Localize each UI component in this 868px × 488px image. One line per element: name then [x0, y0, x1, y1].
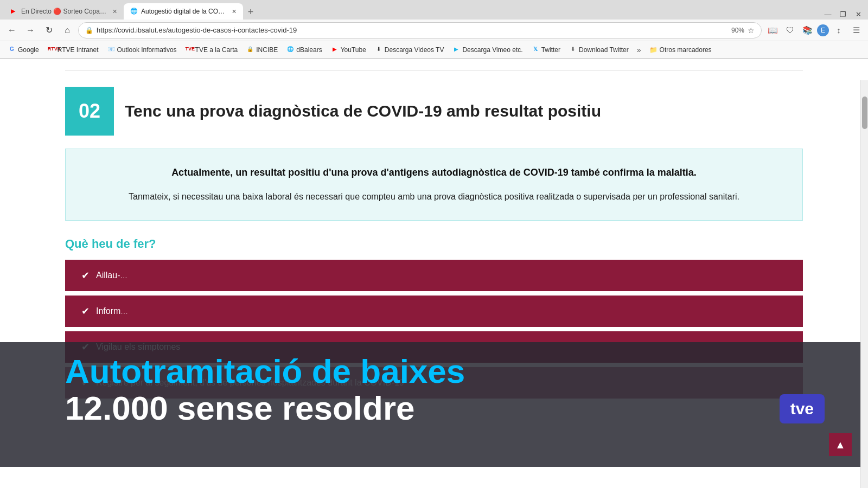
shield-icon[interactable]: 🛡: [782, 23, 797, 38]
bookmark-twitter[interactable]: 𝕏 Twitter: [528, 45, 564, 55]
lock-icon: 🔒: [85, 27, 93, 34]
tab-bar: ▶ En Directo 🔴 Sorteo Copa de... ✕ 🌐 Aut…: [0, 0, 868, 20]
bookmarks-otros[interactable]: 📁 Otros marcadores: [646, 45, 716, 55]
tab1-label: En Directo 🔴 Sorteo Copa de...: [21, 8, 107, 15]
accordion-checkmark-icon-2: ✔: [81, 305, 90, 317]
bookmark-outlook-label: Outlook Informativos: [117, 46, 177, 54]
scrollbar-thumb[interactable]: [862, 97, 867, 129]
accordion-label-2: Inform...: [96, 306, 128, 316]
accordion-item-1[interactable]: ✔ Aillau-...: [65, 260, 803, 291]
subsection-title: Què heu de fer?: [65, 237, 803, 251]
maximize-button[interactable]: ❐: [838, 9, 848, 20]
accordion-checkmark-icon-1: ✔: [81, 269, 90, 281]
bookmarks-more-button[interactable]: »: [634, 44, 644, 55]
bookmark-incibe-label: INCIBE: [256, 46, 278, 54]
tv-overlay-text: Autotramitació de baixes 12.000 sense re…: [0, 353, 465, 427]
menu-button[interactable]: ☰: [848, 23, 864, 38]
back-button[interactable]: ←: [4, 23, 20, 38]
info-box-bold-text: Actualmente, un resultat positiu d'una p…: [87, 165, 781, 180]
scroll-to-top-button[interactable]: ▲: [829, 433, 852, 456]
bookmark-twitter-label: Twitter: [541, 46, 560, 54]
tab2-close[interactable]: ✕: [232, 8, 237, 15]
youtube-favicon: ▶: [331, 46, 339, 54]
bookmark-google[interactable]: G Google: [4, 45, 43, 55]
tv-overlay: Autotramitació de baixes 12.000 sense re…: [0, 342, 868, 467]
tab-1[interactable]: ▶ En Directo 🔴 Sorteo Copa de... ✕: [4, 3, 124, 20]
bookmark-incibe[interactable]: 🔒 INCIBE: [242, 45, 282, 55]
bookmark-descarga-vimeo-label: Descarga Vimeo etc.: [462, 46, 522, 54]
tv-headline-2: 12.000 sense resoldre: [65, 390, 465, 427]
info-box: Actualmente, un resultat positiu d'una p…: [65, 149, 803, 221]
section-title: Tenc una prova diagnòstica de COVID-19 a…: [125, 102, 601, 120]
incibe-favicon: 🔒: [246, 46, 254, 54]
minimize-button[interactable]: —: [822, 9, 833, 20]
refresh-button[interactable]: ↻: [41, 23, 56, 38]
descarga-vimeo-favicon: ▶: [452, 46, 460, 54]
twitter-favicon: 𝕏: [532, 46, 539, 54]
bookmark-download-twitter-label: Download Twitter: [579, 46, 629, 54]
info-box-regular-text: Tanmateix, si necessitau una baixa labor…: [87, 190, 781, 204]
section-header: 02 Tenc una prova diagnòstica de COVID-1…: [0, 87, 868, 136]
home-button[interactable]: ⌂: [60, 23, 75, 38]
bookmark-descarga-videos[interactable]: ⬇ Descarga Videos TV: [371, 45, 448, 55]
address-bar[interactable]: 🔒 https://covid.ibsalut.es/autogestio-de…: [78, 22, 762, 38]
bookmark-tve-label: TVE a la Carta: [195, 46, 238, 54]
tab-2[interactable]: 🌐 Autogestió digital de la COVID-... ✕: [124, 3, 243, 20]
section-number: 02: [65, 87, 114, 136]
bookmarks-button[interactable]: 📚: [800, 23, 815, 38]
bookmark-rtve[interactable]: RTVE RTVE Intranet: [44, 45, 103, 55]
tab2-label: Autogestió digital de la COVID-...: [141, 8, 226, 15]
reader-mode-button[interactable]: 📖: [765, 23, 780, 38]
bookmark-outlook[interactable]: 📧 Outlook Informativos: [104, 45, 181, 55]
forward-button[interactable]: →: [23, 23, 38, 38]
bookmark-download-twitter[interactable]: ⬇ Download Twitter: [565, 45, 633, 55]
bookmark-dbalear[interactable]: 🌐 dBalears: [283, 45, 326, 55]
tab1-close[interactable]: ✕: [112, 8, 117, 15]
page-content: 02 Tenc una prova diagnòstica de COVID-1…: [0, 59, 868, 467]
bookmark-tve[interactable]: TVE TVE a la Carta: [182, 45, 242, 55]
download-twitter-favicon: ⬇: [569, 46, 577, 54]
dbalear-favicon: 🌐: [286, 46, 294, 54]
page-divider: [65, 70, 803, 70]
bookmark-descarga-videos-label: Descarga Videos TV: [385, 46, 444, 54]
tv-headline-1: Autotramitació de baixes: [65, 353, 465, 390]
google-favicon: G: [8, 46, 16, 54]
bookmarks-bar: G Google RTVE RTVE Intranet 📧 Outlook In…: [0, 41, 868, 59]
tve-favicon: TVE: [186, 46, 193, 54]
rtve-favicon: RTVE: [48, 46, 55, 54]
account-button[interactable]: E: [817, 24, 829, 36]
outlook-favicon: 📧: [107, 46, 115, 54]
new-tab-button[interactable]: +: [243, 4, 258, 20]
page-scrollbar[interactable]: [860, 80, 868, 488]
nav-bar: ← → ↻ ⌂ 🔒 https://covid.ibsalut.es/autog…: [0, 20, 868, 41]
tab2-favicon: 🌐: [130, 8, 138, 15]
tab1-favicon: ▶: [11, 8, 18, 15]
bookmark-descarga-vimeo[interactable]: ▶ Descarga Vimeo etc.: [449, 45, 526, 55]
browser-chrome: ▶ En Directo 🔴 Sorteo Copa de... ✕ 🌐 Aut…: [0, 0, 868, 59]
folder-icon: 📁: [649, 46, 658, 54]
url-display: https://covid.ibsalut.es/autogestio-de-c…: [97, 26, 728, 34]
bookmark-rtve-label: RTVE Intranet: [58, 46, 99, 54]
bookmark-google-label: Google: [18, 46, 39, 54]
nav-right-buttons: 📖 🛡 📚 E ↕ ☰: [765, 23, 864, 38]
bookmark-star-icon[interactable]: ☆: [748, 26, 755, 35]
zoom-level: 90%: [731, 27, 744, 34]
accordion-item-2[interactable]: ✔ Inform...: [65, 296, 803, 327]
descarga-videos-favicon: ⬇: [375, 46, 382, 54]
bookmark-youtube[interactable]: ▶ YouTube: [327, 45, 370, 55]
accordion-label-1: Aillau-...: [96, 271, 127, 280]
window-controls: — ❐ ✕: [822, 9, 868, 20]
bookmark-youtube-label: YouTube: [341, 46, 366, 54]
bookmark-dbalear-label: dBalears: [296, 46, 322, 54]
sync-button[interactable]: ↕: [831, 23, 846, 38]
close-button[interactable]: ✕: [853, 9, 864, 20]
bookmarks-otros-label: Otros marcadores: [660, 46, 712, 54]
tve-logo: tve: [780, 394, 825, 423]
